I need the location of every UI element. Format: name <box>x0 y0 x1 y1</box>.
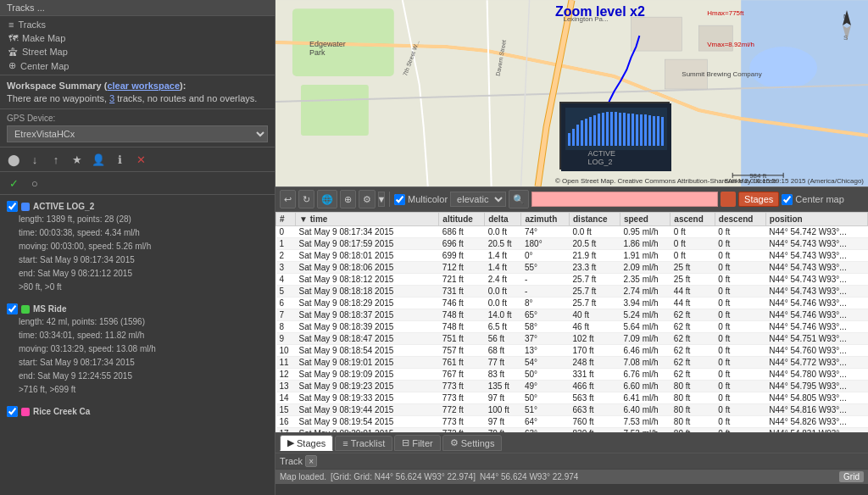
toolbar-center-btn[interactable]: ⊕ <box>340 190 356 209</box>
park-input[interactable]: park to start <box>531 192 718 207</box>
gps-device-select[interactable]: EtrexVistaHCx <box>7 125 268 142</box>
table-cell: 13 <box>276 381 296 392</box>
svg-text:Summit Brewing Company: Summit Brewing Company <box>682 70 761 78</box>
col-distance[interactable]: distance <box>570 213 620 226</box>
table-cell: 62 ft <box>670 321 715 333</box>
table-cell: 6.40 ml/h <box>620 404 670 416</box>
track-close-btn[interactable]: × <box>305 455 317 467</box>
toolbar-globe-btn[interactable]: 🌐 <box>317 190 337 209</box>
track-footer-label: Track <box>280 456 303 466</box>
table-cell: 46 ft <box>570 321 620 333</box>
table-cell: 16 <box>276 416 296 428</box>
table-cell: 44 ft <box>670 286 715 298</box>
svg-rect-37 <box>627 114 630 146</box>
table-cell: 21.9 ft <box>570 250 620 262</box>
table-row[interactable]: 2Sat May 9 08:18:01 2015699 ft1.4 ft0°21… <box>276 250 868 262</box>
track-color-0 <box>21 203 30 211</box>
track-name-1: MS Ride <box>33 303 66 315</box>
gps-upload-btn[interactable]: ↑ <box>47 150 65 169</box>
sidebar-item-street-map[interactable]: 🛣 Street Map <box>0 45 275 58</box>
multicolor-checkbox[interactable] <box>394 194 405 205</box>
svg-rect-24 <box>572 129 575 146</box>
svg-text:S: S <box>843 34 848 42</box>
tab-stages[interactable]: ▶ Stages <box>280 435 333 451</box>
sidebar-item-make-map[interactable]: 🗺 Make Map <box>0 31 275 45</box>
sidebar-item-tracks[interactable]: ≡ Tracks <box>0 18 275 31</box>
col-delta[interactable]: delta <box>485 213 521 226</box>
track-checkbox-1[interactable] <box>7 303 18 314</box>
table-cell: 1.4 ft <box>485 262 521 274</box>
svg-rect-28 <box>589 117 592 146</box>
table-row[interactable]: 1Sat May 9 08:17:59 2015696 ft20.5 ft180… <box>276 238 868 250</box>
track-checkbox-2[interactable] <box>7 406 18 417</box>
table-cell: 62 ft <box>670 333 715 345</box>
table-row[interactable]: 0Sat May 9 08:17:34 2015686 ft0.0 ft74°0… <box>276 226 868 238</box>
table-cell: Sat May 9 08:18:29 2015 <box>296 298 439 309</box>
track-checkbox-0[interactable] <box>7 201 18 212</box>
table-row[interactable]: 9Sat May 9 08:18:47 2015751 ft56 ft37°10… <box>276 333 868 345</box>
table-cell: N44° 54.816 W93°... <box>765 404 867 416</box>
sidebar-centermap-label: Center Map <box>20 61 69 71</box>
status-message: Map loaded. <box>280 472 326 481</box>
col-azimuth[interactable]: azimuth <box>521 213 570 226</box>
sidebar-item-center-map[interactable]: ⊕ Center Map <box>0 58 275 73</box>
grid-button[interactable]: Grid <box>839 471 864 482</box>
center-map-checkbox[interactable] <box>782 194 793 205</box>
table-row[interactable]: 14Sat May 9 08:19:33 2015773 ft97 ft50°5… <box>276 392 868 404</box>
elevatic-select[interactable]: elevatic <box>450 192 506 207</box>
table-row[interactable]: 10Sat May 9 08:18:54 2015757 ft68 ft13°1… <box>276 345 868 357</box>
table-row[interactable]: 4Sat May 9 08:18:12 2015721 ft2.4 ft-25.… <box>276 274 868 286</box>
data-table-container: # ▼ time altitude delta azimuth distance… <box>275 212 868 432</box>
table-cell: 13° <box>521 345 570 357</box>
table-row[interactable]: 16Sat May 9 08:19:54 2015773 ft97 ft64°7… <box>276 416 868 428</box>
table-row[interactable]: 8Sat May 9 08:18:39 2015748 ft6.5 ft58°4… <box>276 321 868 333</box>
toolbar-refresh-btn[interactable]: ↻ <box>298 190 314 209</box>
table-cell: 2.4 ft <box>485 274 521 286</box>
track-name-0: ACTIVE LOG_2 <box>33 200 94 213</box>
col-descend[interactable]: descend <box>715 213 765 226</box>
table-row[interactable]: 13Sat May 9 08:19:23 2015773 ft135 ft49°… <box>276 381 868 392</box>
toolbar-search-btn[interactable]: 🔍 <box>509 190 529 209</box>
table-row[interactable]: 12Sat May 9 08:19:09 2015767 ft83 ft50°3… <box>276 369 868 381</box>
map-area[interactable]: Zoom level x2 <box>275 0 868 186</box>
uncheck-all-btn[interactable]: ○ <box>25 174 44 192</box>
col-num[interactable]: # <box>276 213 296 226</box>
table-cell: 1.91 ml/h <box>620 250 670 262</box>
col-position[interactable]: position <box>765 213 867 226</box>
tab-settings[interactable]: ⚙ Settings <box>442 435 503 451</box>
col-altitude[interactable]: altitude <box>439 213 485 226</box>
gps-star-btn[interactable]: ★ <box>68 150 86 169</box>
check-all-btn[interactable]: ✓ <box>4 174 23 192</box>
col-speed[interactable]: speed <box>620 213 670 226</box>
data-table: # ▼ time altitude delta azimuth distance… <box>275 212 868 432</box>
gps-download-btn[interactable]: ↓ <box>25 150 44 169</box>
table-cell: N44° 54.780 W93°... <box>765 369 867 381</box>
gps-connect-btn[interactable]: ⬤ <box>4 150 23 169</box>
table-row[interactable]: 6Sat May 9 08:18:29 2015746 ft0.0 ft8°25… <box>276 298 868 309</box>
toolbar-dropdown-btn[interactable]: ▼ <box>378 192 385 207</box>
col-ascend[interactable]: ascend <box>670 213 715 226</box>
filter-icon: ⊟ <box>402 437 409 448</box>
tracks-link[interactable]: 3 <box>109 93 114 103</box>
col-time[interactable]: ▼ time <box>296 213 439 226</box>
table-cell: 563 ft <box>570 392 620 404</box>
table-row[interactable]: 5Sat May 9 08:18:18 2015731 ft0.0 ft-25.… <box>276 286 868 298</box>
table-row[interactable]: 15Sat May 9 08:19:44 2015772 ft100 ft51°… <box>276 404 868 416</box>
tab-filter[interactable]: ⊟ Filter <box>394 435 440 451</box>
table-row[interactable]: 11Sat May 9 08:19:01 2015761 ft77 ft54°2… <box>276 357 868 369</box>
stages-btn[interactable]: Stages <box>738 192 779 207</box>
data-table-wrapper[interactable]: # ▼ time altitude delta azimuth distance… <box>275 212 868 432</box>
table-cell: Sat May 9 08:18:54 2015 <box>296 345 439 357</box>
clear-workspace-link[interactable]: clear workspace <box>107 81 180 91</box>
table-row[interactable]: 3Sat May 9 08:18:06 2015712 ft1.4 ft55°2… <box>276 262 868 274</box>
gps-delete-btn[interactable]: ✕ <box>131 150 150 169</box>
gps-person-btn[interactable]: 👤 <box>89 150 108 169</box>
center-map-check[interactable]: Center map <box>782 194 843 205</box>
table-row[interactable]: 7Sat May 9 08:18:37 2015748 ft14.0 ft65°… <box>276 309 868 321</box>
multicolor-check[interactable]: Multicolor <box>394 194 448 205</box>
gps-info-btn[interactable]: ℹ <box>110 150 129 169</box>
toolbar-settings-btn[interactable]: ⚙ <box>359 190 376 209</box>
tab-tracklist[interactable]: ≡ Tracklist <box>335 436 392 451</box>
table-cell: 6.46 ml/h <box>620 345 670 357</box>
toolbar-undo-btn[interactable]: ↩ <box>280 190 296 209</box>
